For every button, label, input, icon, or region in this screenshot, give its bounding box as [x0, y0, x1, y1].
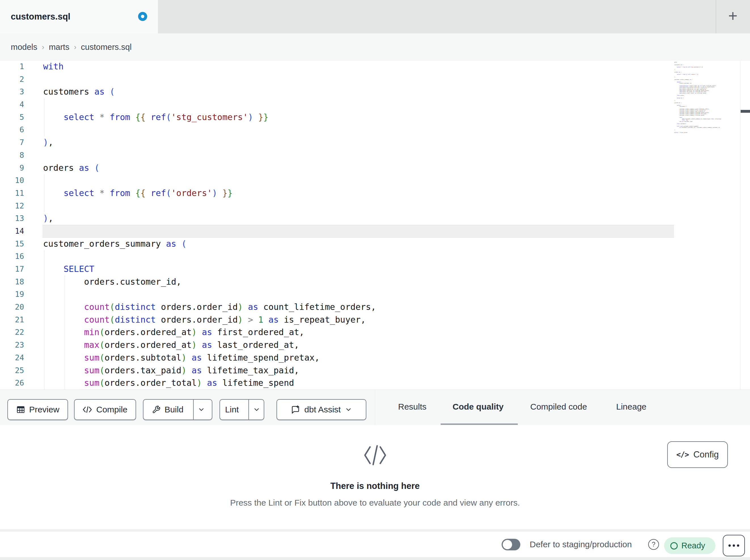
- code-line-text: sum(orders.subtotal) as lifetime_spend_p…: [43, 352, 320, 364]
- code-line[interactable]: 17 SELECT: [0, 263, 750, 276]
- lint-button-label: Lint: [225, 405, 239, 414]
- line-number: 12: [0, 200, 24, 212]
- code-line[interactable]: 9orders as (: [0, 162, 750, 174]
- empty-state-title: There is nothing here: [0, 481, 750, 491]
- lint-dropdown-button[interactable]: [249, 400, 264, 419]
- code-line[interactable]: 4: [0, 98, 750, 111]
- code-line[interactable]: 1with: [0, 61, 750, 73]
- code-line-text: count(distinct orders.order_id) > 1 as i…: [43, 314, 366, 326]
- compile-button-label: Compile: [96, 405, 127, 414]
- compile-button[interactable]: Compile: [74, 399, 136, 420]
- indent-guide: [44, 98, 44, 111]
- file-tab-title: customers.sql: [11, 0, 70, 34]
- line-number: 10: [0, 174, 24, 187]
- line-number: 3: [0, 86, 24, 98]
- code-line[interactable]: 10: [0, 174, 750, 187]
- line-number: 15: [0, 238, 24, 250]
- code-line[interactable]: 20 count(distinct orders.order_id) as co…: [0, 301, 750, 314]
- breadcrumb-item-file[interactable]: customers.sql: [81, 42, 132, 52]
- tab-results[interactable]: Results: [398, 390, 427, 423]
- status-bar-bottom-strip: [0, 557, 750, 560]
- code-line-text: SELECT: [43, 263, 94, 276]
- code-icon: [82, 405, 92, 414]
- unsaved-changes-dot-icon: [138, 12, 147, 21]
- ellipsis-icon: [737, 544, 739, 547]
- tab-code-quality[interactable]: Code quality: [453, 390, 504, 423]
- code-line-text: customers as (: [43, 86, 115, 98]
- line-number: 14: [0, 225, 24, 238]
- code-line[interactable]: 19: [0, 288, 750, 301]
- code-line[interactable]: 3customers as (: [0, 86, 750, 98]
- file-tab[interactable]: customers.sql: [0, 0, 158, 34]
- breadcrumb-bar: models › marts › customers.sql Save: [0, 34, 750, 61]
- line-number: 2: [0, 73, 24, 86]
- code-line[interactable]: 23 max(orders.ordered_at) as last_ordere…: [0, 339, 750, 352]
- config-button[interactable]: </> Config: [667, 441, 728, 468]
- code-line[interactable]: 25 sum(orders.tax_paid) as lifetime_tax_…: [0, 364, 750, 377]
- code-icon: [363, 445, 388, 466]
- breadcrumb-item-models[interactable]: models: [11, 42, 37, 52]
- line-number: 21: [0, 314, 24, 326]
- code-line-text: min(orders.ordered_at) as first_ordered_…: [43, 326, 304, 339]
- tab-lineage[interactable]: Lineage: [616, 390, 647, 423]
- code-line[interactable]: 7),: [0, 136, 750, 149]
- tab-compiled-code[interactable]: Compiled code: [530, 390, 587, 423]
- active-line-highlight: [42, 225, 674, 238]
- breadcrumb-separator-icon: ›: [74, 43, 77, 51]
- minimap[interactable]: with customers as ( select * from {{ ref…: [674, 62, 739, 147]
- defer-label: Defer to staging/production: [530, 538, 632, 551]
- code-line[interactable]: 14: [0, 225, 750, 238]
- breadcrumb-item-marts[interactable]: marts: [49, 42, 70, 52]
- dbt-assist-button[interactable]: dbt Assist: [276, 399, 366, 420]
- breadcrumb: models › marts › customers.sql: [11, 34, 132, 61]
- line-number: 25: [0, 364, 24, 377]
- code-line[interactable]: 12: [0, 200, 750, 212]
- defer-toggle[interactable]: [501, 539, 520, 551]
- new-tab-button[interactable]: +: [716, 0, 750, 34]
- chevron-down-icon: [345, 406, 352, 413]
- scrollbar-thumb[interactable]: [741, 110, 750, 113]
- status-bar: Defer to staging/production ? Ready: [0, 529, 750, 560]
- line-number: 11: [0, 187, 24, 200]
- code-line[interactable]: 22 min(orders.ordered_at) as first_order…: [0, 326, 750, 339]
- line-number: 8: [0, 149, 24, 162]
- chat-sparkle-icon: [291, 405, 300, 414]
- code-line[interactable]: 16: [0, 250, 750, 263]
- code-line[interactable]: 15customer_orders_summary as (: [0, 238, 750, 250]
- code-line-text: customer_orders_summary as (: [43, 238, 186, 250]
- code-line[interactable]: 11 select * from {{ ref('orders') }}: [0, 187, 750, 200]
- chevron-down-icon: [198, 406, 205, 413]
- help-icon[interactable]: ?: [648, 539, 659, 550]
- ellipsis-icon: [733, 544, 735, 547]
- code-line[interactable]: 21 count(distinct orders.order_id) > 1 a…: [0, 314, 750, 326]
- code-line[interactable]: 26 sum(orders.order_total) as lifetime_s…: [0, 377, 750, 390]
- code-line[interactable]: 13),: [0, 212, 750, 225]
- lint-button[interactable]: Lint: [219, 400, 244, 419]
- indent-guide: [44, 250, 44, 263]
- editor-toolbar: Preview Compile Build Lint: [0, 390, 750, 425]
- line-number: 7: [0, 136, 24, 149]
- build-dropdown-button[interactable]: [193, 400, 209, 419]
- code-line[interactable]: 24 sum(orders.subtotal) as lifetime_spen…: [0, 352, 750, 364]
- line-number: 18: [0, 276, 24, 288]
- toggle-knob: [503, 540, 512, 549]
- indent-guide: [44, 124, 44, 136]
- code-editor[interactable]: 1with23customers as (45 select * from {{…: [0, 61, 750, 390]
- code-line[interactable]: 6: [0, 124, 750, 136]
- line-number: 19: [0, 288, 24, 301]
- build-button[interactable]: Build: [146, 400, 189, 419]
- code-line[interactable]: 5 select * from {{ ref('stg_customers') …: [0, 111, 750, 124]
- code-line-text: max(orders.ordered_at) as last_ordered_a…: [43, 339, 299, 352]
- code-line[interactable]: 2: [0, 73, 750, 86]
- ready-ring-icon: [670, 542, 678, 549]
- line-number: 20: [0, 301, 24, 314]
- code-line[interactable]: 8: [0, 149, 750, 162]
- line-number: 5: [0, 111, 24, 124]
- lint-split-button: Lint: [219, 399, 264, 420]
- more-options-button[interactable]: [723, 535, 745, 556]
- status-badge[interactable]: Ready: [664, 537, 715, 554]
- code-icon: </>: [676, 450, 689, 459]
- ellipsis-icon: [728, 544, 731, 547]
- code-line[interactable]: 18 orders.customer_id,: [0, 276, 750, 288]
- preview-button[interactable]: Preview: [7, 399, 68, 420]
